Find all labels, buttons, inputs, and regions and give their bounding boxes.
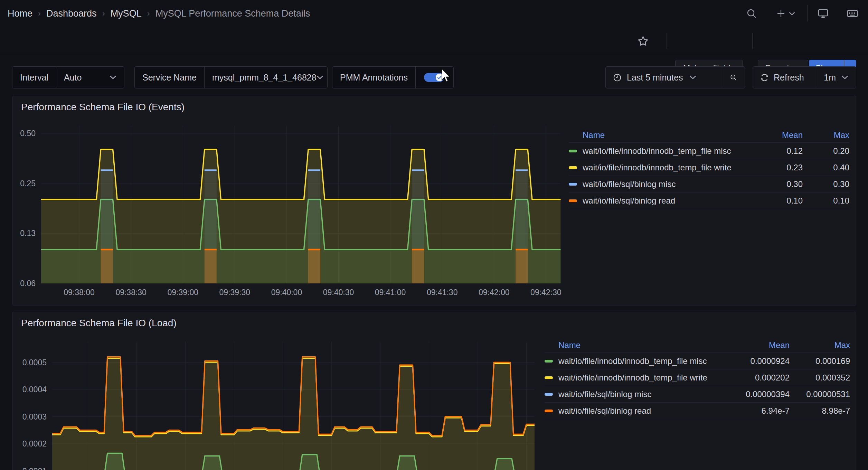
breadcrumb-separator: › — [38, 9, 41, 18]
series-mean-value: 0.00000394 — [726, 389, 790, 399]
breadcrumb-current-page: MySQL Performance Schema Details — [155, 8, 310, 19]
star-icon[interactable] — [633, 31, 653, 51]
pmm-annotations-toggle[interactable] — [415, 67, 452, 88]
series-max-value: 0.40 — [803, 163, 849, 172]
pmm-annotations-control: PMM Annotations — [332, 66, 454, 88]
series-name[interactable]: wait/io/file/innodb/innodb_temp_file wri… — [558, 373, 726, 383]
series-max-value: 0.000352 — [790, 373, 850, 383]
service-name-variable: Service Name mysql_pmm_8_4_1_46828 — [134, 66, 328, 88]
x-axis-tick: 09:41:00 — [375, 288, 406, 297]
x-axis-tick: 09:40:00 — [271, 288, 302, 297]
y-axis-tick: 0.06 — [20, 279, 36, 288]
series-name[interactable]: wait/io/file/sql/binlog read — [583, 196, 744, 206]
legend-header-mean[interactable]: Mean — [726, 340, 790, 350]
pmm-annotations-label: PMM Annotations — [332, 67, 415, 88]
breadcrumb-separator: › — [102, 9, 105, 18]
legend-row: wait/io/file/innodb/innodb_temp_file mis… — [569, 143, 849, 159]
dashboard-toolbar: Make editable Export Share — [0, 27, 868, 55]
legend-row: wait/io/file/sql/binlog misc 0.30 0.30 — [569, 176, 849, 192]
panel-performance-schema-file-io-events: Performance Schema File IO (Events) 0.50… — [12, 96, 856, 306]
refresh-button[interactable]: Refresh — [753, 67, 816, 88]
series-name[interactable]: wait/io/file/innodb/innodb_temp_file mis… — [583, 146, 744, 156]
series-mean-value: 6.94e-7 — [726, 406, 790, 416]
chevron-down-icon — [317, 75, 323, 79]
refresh-picker: Refresh 1m — [753, 66, 856, 88]
events-legend: Name Mean Max wait/io/file/innodb/innodb… — [569, 128, 849, 209]
y-axis-tick: 0.0002 — [22, 439, 47, 448]
search-icon[interactable] — [742, 4, 761, 23]
chevron-down-icon — [841, 75, 848, 79]
x-axis-tick: 09:41:30 — [427, 288, 458, 297]
series-name[interactable]: wait/io/file/sql/binlog misc — [558, 389, 726, 399]
series-color-chip — [569, 166, 577, 169]
series-name[interactable]: wait/io/file/innodb/innodb_temp_file wri… — [583, 163, 744, 172]
series-mean-value: 0.000202 — [726, 373, 790, 383]
legend-header-mean[interactable]: Mean — [744, 130, 803, 140]
legend-row: wait/io/file/innodb/innodb_temp_file wri… — [569, 159, 849, 176]
legend-header-max[interactable]: Max — [803, 130, 849, 140]
chevron-down-icon — [689, 75, 696, 79]
refresh-interval-select[interactable]: 1m — [816, 67, 856, 88]
series-color-chip — [545, 376, 553, 379]
x-axis-tick: 09:40:30 — [323, 288, 354, 297]
interval-label: Interval — [12, 67, 56, 88]
series-name[interactable]: wait/io/file/sql/binlog misc — [583, 179, 744, 189]
series-color-chip — [569, 183, 577, 186]
series-color-chip — [545, 393, 553, 396]
series-mean-value: 0.12 — [744, 146, 803, 156]
series-max-value: 0.00000531 — [790, 389, 850, 399]
series-mean-value: 0.23 — [744, 163, 803, 172]
series-color-chip — [545, 410, 553, 412]
series-mean-value: 0.30 — [744, 179, 803, 189]
series-color-chip — [545, 360, 553, 363]
series-max-value: 0.20 — [803, 146, 849, 156]
series-max-value: 0.10 — [803, 196, 849, 206]
legend-header-name[interactable]: Name — [583, 130, 744, 140]
breadcrumb-home[interactable]: Home — [8, 8, 32, 19]
series-max-value: 0.000169 — [790, 356, 850, 366]
series-color-chip — [569, 199, 577, 202]
x-axis-tick: 09:42:30 — [530, 288, 562, 297]
x-axis-tick: 09:38:00 — [64, 288, 95, 297]
breadcrumb-mysql[interactable]: MySQL — [111, 8, 142, 19]
legend-row: wait/io/file/sql/binlog read 6.94e-7 8.9… — [545, 403, 850, 419]
add-chevron-down-icon[interactable] — [786, 4, 798, 23]
y-axis-tick: 0.0004 — [22, 385, 47, 394]
series-name[interactable]: wait/io/file/innodb/innodb_temp_file mis… — [558, 356, 726, 366]
legend-header-max[interactable]: Max — [790, 340, 850, 350]
series-mean-value: 0.10 — [744, 196, 803, 206]
zoom-out-button[interactable] — [722, 67, 745, 88]
x-axis-tick: 09:42:00 — [479, 288, 510, 297]
breadcrumb-separator: › — [147, 9, 150, 18]
interval-variable: Interval Auto — [12, 66, 124, 88]
legend-row: wait/io/file/innodb/innodb_temp_file mis… — [545, 353, 850, 369]
series-color-chip — [569, 150, 577, 152]
legend-header-row: Name Mean Max — [569, 128, 849, 143]
series-max-value: 8.98e-7 — [790, 406, 850, 416]
legend-header-name[interactable]: Name — [558, 340, 726, 350]
grafana-dashboard: Home › Dashboards › MySQL › MySQL Perfor… — [0, 0, 868, 470]
kiosk-mode-icon[interactable] — [813, 4, 833, 23]
series-name[interactable]: wait/io/file/sql/binlog read — [558, 406, 726, 416]
interval-select[interactable]: Auto — [56, 67, 124, 88]
legend-header-row: Name Mean Max — [545, 338, 850, 353]
check-icon — [437, 76, 442, 79]
series-mean-value: 0.0000924 — [726, 356, 790, 366]
legend-row: wait/io/file/innodb/innodb_temp_file wri… — [545, 369, 850, 386]
y-axis-tick: 0.0005 — [22, 358, 47, 367]
time-range-button[interactable]: Last 5 minutes — [606, 67, 722, 88]
load-legend: Name Mean Max wait/io/file/innodb/innodb… — [545, 338, 850, 419]
toggle-pill — [424, 73, 444, 82]
chevron-down-icon — [110, 75, 116, 79]
breadcrumb-dashboards[interactable]: Dashboards — [46, 8, 97, 19]
legend-row: wait/io/file/sql/binlog read 0.10 0.10 — [569, 192, 849, 209]
y-axis-tick: 0.25 — [20, 179, 36, 188]
legend-row: wait/io/file/sql/binlog misc 0.00000394 … — [545, 386, 850, 403]
nav-divider — [807, 5, 808, 21]
keyboard-shortcuts-icon[interactable] — [843, 4, 862, 23]
top-nav: Home › Dashboards › MySQL › MySQL Perfor… — [0, 0, 868, 27]
toggle-knob — [436, 74, 443, 81]
service-name-select[interactable]: mysql_pmm_8_4_1_46828 — [204, 67, 331, 88]
series-max-value: 0.30 — [803, 179, 849, 189]
y-axis-tick: 0.50 — [20, 129, 36, 138]
